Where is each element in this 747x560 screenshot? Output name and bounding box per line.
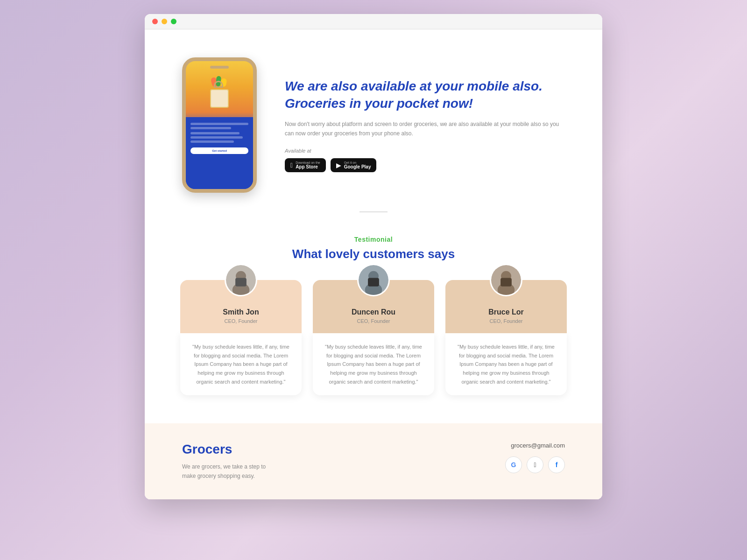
person-svg-3	[491, 265, 521, 295]
facebook-social-button[interactable]: f	[548, 456, 565, 473]
card-name-1: Smith Jon	[190, 308, 292, 316]
testimonial-card-2: Duncen Rou CEO, Founder "My busy schedul…	[313, 280, 434, 395]
svg-rect-7	[368, 278, 379, 286]
mobile-section-title: We are also available at your mobile als…	[285, 78, 565, 112]
maximize-dot[interactable]	[171, 19, 176, 24]
phone-text-line-5	[190, 140, 234, 143]
avatar-smith-jon	[225, 264, 257, 296]
browser-bar	[145, 14, 602, 29]
page-content: Get started We are also available at you…	[145, 29, 602, 499]
card-role-1: CEO, Founder	[190, 318, 292, 324]
available-label: Available at	[285, 148, 565, 154]
app-store-name: App Store	[296, 164, 320, 169]
footer-brand: Grocers We are grocers, we take a step t…	[182, 442, 505, 480]
google-play-sub-label: Get it on	[344, 161, 371, 164]
phone-screen-top	[190, 75, 248, 112]
section-divider	[359, 211, 388, 212]
card-bottom-1: "My busy schedule leaves little, if any,…	[180, 333, 302, 395]
card-role-2: CEO, Founder	[322, 318, 425, 324]
testimonial-section: Testimonial What lovely customers says	[145, 226, 602, 423]
card-top-1: Smith Jon CEO, Founder	[180, 280, 302, 333]
phone-screen-bottom: Get started	[186, 117, 253, 189]
card-top-3: Bruce Lor CEO, Founder	[445, 280, 567, 333]
card-bottom-3: "My busy schedule leaves little, if any,…	[445, 333, 567, 395]
footer-section: Grocers We are grocers, we take a step t…	[145, 423, 602, 499]
phone-get-started-btn[interactable]: Get started	[190, 147, 248, 154]
card-role-3: CEO, Founder	[455, 318, 557, 324]
card-name-2: Duncen Rou	[322, 308, 425, 316]
browser-window: Get started We are also available at you…	[145, 14, 602, 499]
card-quote-1: "My busy schedule leaves little, if any,…	[190, 343, 292, 386]
google-play-button[interactable]: ▶ Get it on Google Play	[331, 158, 377, 172]
footer-email: grocers@gmail.com	[505, 442, 565, 449]
testimonial-label: Testimonial	[173, 236, 574, 243]
testimonial-card-1: Smith Jon CEO, Founder "My busy schedule…	[180, 280, 302, 395]
mobile-section-desc: Now don't worry about platform and scree…	[285, 119, 565, 139]
apple-social-button[interactable]: 	[527, 456, 543, 473]
phone-mockup: Get started	[182, 57, 257, 193]
google-play-text: Get it on Google Play	[344, 161, 371, 169]
testimonial-cards-container: Smith Jon CEO, Founder "My busy schedule…	[173, 280, 574, 395]
phone-text-line-4	[190, 136, 243, 139]
svg-rect-11	[500, 278, 512, 286]
avatar-duncen-rou	[357, 264, 390, 296]
google-play-name: Google Play	[344, 164, 371, 169]
mobile-text-block: We are also available at your mobile als…	[285, 78, 565, 172]
app-store-sub-label: Download on the	[296, 161, 320, 164]
google-social-button[interactable]: G	[505, 456, 522, 473]
card-name-3: Bruce Lor	[455, 308, 557, 316]
person-svg-1	[226, 265, 256, 295]
bag-handle	[214, 81, 223, 88]
phone-text-line-3	[190, 132, 240, 134]
grocery-bag-illustration	[208, 80, 231, 108]
svg-rect-3	[235, 278, 247, 286]
avatar-bruce-lor	[490, 264, 522, 296]
person-svg-2	[359, 265, 388, 295]
footer-brand-name: Grocers	[182, 442, 505, 457]
bag-body	[210, 89, 229, 108]
footer-social-links: G  f	[505, 456, 565, 473]
phone-text-line-1	[190, 123, 248, 125]
apple-icon: 	[290, 161, 293, 169]
phone-mockup-container: Get started	[182, 57, 257, 193]
card-top-2: Duncen Rou CEO, Founder	[313, 280, 434, 333]
testimonial-title: What lovely customers says	[173, 247, 574, 261]
footer-contact: grocers@gmail.com G  f	[505, 442, 565, 473]
app-store-text: Download on the App Store	[296, 161, 320, 169]
card-bottom-2: "My busy schedule leaves little, if any,…	[313, 333, 434, 395]
testimonial-card-3: Bruce Lor CEO, Founder "My busy schedule…	[445, 280, 567, 395]
close-dot[interactable]	[152, 19, 158, 24]
mobile-app-section: Get started We are also available at you…	[145, 29, 602, 211]
card-quote-2: "My busy schedule leaves little, if any,…	[322, 343, 425, 386]
google-play-icon: ▶	[336, 161, 341, 169]
app-download-buttons:  Download on the App Store ▶ Get it on …	[285, 158, 565, 172]
footer-brand-desc: We are grocers, we take a step to make g…	[182, 462, 275, 480]
app-store-button[interactable]:  Download on the App Store	[285, 158, 326, 172]
card-quote-3: "My busy schedule leaves little, if any,…	[455, 343, 557, 386]
phone-text-line-2	[190, 127, 231, 129]
minimize-dot[interactable]	[162, 19, 167, 24]
